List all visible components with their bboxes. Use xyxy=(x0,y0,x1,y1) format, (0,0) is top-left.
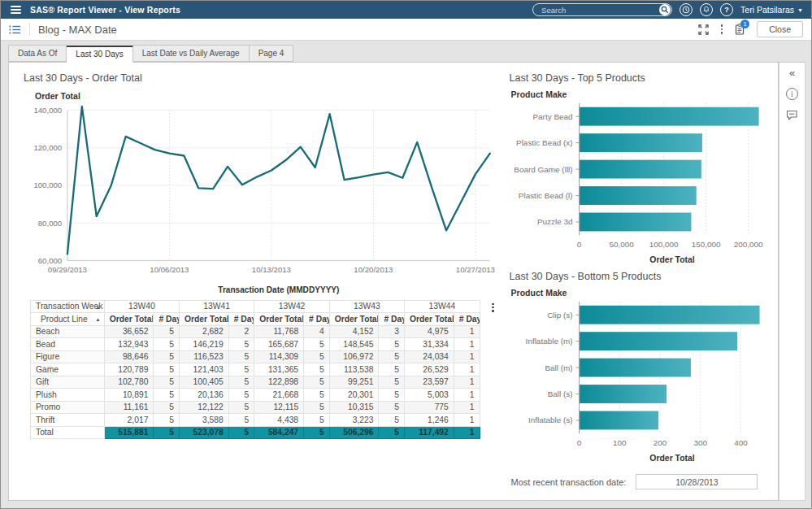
row-label: Bead xyxy=(31,338,105,351)
hamburger-menu-icon[interactable] xyxy=(9,4,23,15)
help-icon[interactable]: ? xyxy=(720,3,733,16)
svg-text:150,000: 150,000 xyxy=(691,240,720,249)
cell: 1 xyxy=(454,389,480,402)
cell: 5 xyxy=(228,338,254,351)
svg-text:Plastic Bead (l): Plastic Bead (l) xyxy=(518,191,572,200)
top5-products-bar-chart[interactable]: 050,000100,000150,000200,000Party BeadPl… xyxy=(510,99,770,266)
right-column: Last 30 Days - Top 5 Products Product Ma… xyxy=(500,63,778,500)
maximize-icon[interactable] xyxy=(698,24,709,35)
row-label: Total xyxy=(31,426,105,439)
cell: 11,768 xyxy=(254,325,304,338)
cell: 146,219 xyxy=(179,338,228,351)
week-header[interactable]: 13W44 xyxy=(405,300,480,313)
measure-header[interactable]: Order Total xyxy=(329,313,379,326)
cell: 21,668 xyxy=(254,389,304,402)
crosstab-table[interactable]: Transaction Week▲13W4013W4113W4213W4313W… xyxy=(30,300,480,440)
bottom5-chart-title: Last 30 Days - Bottom 5 Products xyxy=(510,271,770,282)
svg-text:400: 400 xyxy=(734,438,748,447)
svg-text:140,000: 140,000 xyxy=(33,106,62,115)
week-header[interactable]: 13W42 xyxy=(254,300,329,313)
tab-last-30-days[interactable]: Last 30 Days xyxy=(67,46,132,63)
cell: 1 xyxy=(454,401,480,414)
measure-header[interactable]: Order Total xyxy=(405,313,454,326)
cell: 584,247 xyxy=(254,426,304,439)
tab-last-date-vs-daily-average[interactable]: Last Date vs Daily Average xyxy=(133,45,250,62)
order-total-line-chart[interactable]: 60,00080,000100,000120,000140,00009/29/2… xyxy=(24,101,497,297)
table-row[interactable]: Beach36,65252,682211,76844,15234,9751 xyxy=(31,325,480,338)
cell: 5 xyxy=(154,350,180,363)
svg-text:Ball (m): Ball (m) xyxy=(545,363,572,372)
week-header[interactable]: 13W40 xyxy=(104,300,179,313)
report-title: Blog - MAX Date xyxy=(38,24,117,36)
cell: 5 xyxy=(304,401,330,414)
notifications-icon[interactable] xyxy=(700,3,713,16)
table-row[interactable]: Bead132,9435146,2195165,6875148,545531,3… xyxy=(31,338,480,351)
corner-transaction-week[interactable]: Transaction Week▲ xyxy=(31,300,105,313)
report-info-icon[interactable]: 1 xyxy=(735,24,745,35)
table-menu-icon[interactable] xyxy=(489,301,496,315)
user-menu[interactable]: Teri Patsilaras ▼ xyxy=(740,5,803,15)
cell: 523,078 xyxy=(179,426,228,439)
bottom5-products-bar-chart[interactable]: 0100200300400Clip (s)Inflatable (m)Ball … xyxy=(510,298,770,464)
search-box[interactable] xyxy=(532,3,672,16)
cell: 20,301 xyxy=(329,389,379,402)
info-icon[interactable]: i xyxy=(786,88,798,100)
table-row[interactable]: Game120,7895121,4035131,3655113,538526,5… xyxy=(31,363,480,376)
measure-header[interactable]: Order Total xyxy=(104,313,154,326)
left-column: Last 30 Days - Order Total Order Total 6… xyxy=(9,63,500,500)
more-options-icon[interactable] xyxy=(721,24,723,34)
cell: 5 xyxy=(379,363,405,376)
close-button[interactable]: Close xyxy=(757,21,803,37)
tab-page-4[interactable]: Page 4 xyxy=(250,45,294,62)
cell: 116,523 xyxy=(179,350,228,363)
measure-header[interactable]: Order Total xyxy=(254,313,304,326)
table-row[interactable]: Gift102,7805100,4055122,898599,251523,59… xyxy=(31,376,480,389)
top5-chart-title: Last 30 Days - Top 5 Products xyxy=(510,72,770,84)
cell: 5 xyxy=(304,338,330,351)
search-icon[interactable] xyxy=(659,4,671,15)
cell: 100,405 xyxy=(179,376,228,389)
history-icon[interactable] xyxy=(680,3,693,16)
table-of-contents-icon[interactable] xyxy=(9,24,21,35)
most-recent-date-value[interactable]: 10/28/2013 xyxy=(636,474,758,489)
cell: 5 xyxy=(228,426,254,439)
corner-product-line[interactable]: Product Line▲ xyxy=(31,313,105,326)
table-row[interactable]: Promo11,161512,122512,115510,31557751 xyxy=(31,401,480,414)
measure-header[interactable]: # Days xyxy=(454,313,480,326)
comments-icon[interactable] xyxy=(786,110,798,124)
search-input[interactable] xyxy=(540,5,656,15)
tab-data-as-of[interactable]: Data As Of xyxy=(8,45,67,62)
cell: 1 xyxy=(454,350,480,363)
cell: 36,652 xyxy=(104,325,154,338)
measure-header[interactable]: Order Total xyxy=(179,313,228,326)
table-row[interactable]: Thrift2,01753,58854,43853,22351,2461 xyxy=(31,414,480,427)
cell: 5 xyxy=(228,376,254,389)
cell: 5 xyxy=(304,376,330,389)
svg-text:100: 100 xyxy=(613,438,627,447)
crosstab-wrap: Transaction Week▲13W4013W4113W4213W4313W… xyxy=(30,300,497,440)
measure-header[interactable]: # Days xyxy=(379,313,405,326)
measure-header[interactable]: # Days xyxy=(228,313,254,326)
cell: 148,545 xyxy=(329,338,379,351)
most-recent-date-row: Most recent transaction date: 10/28/2013 xyxy=(511,474,770,489)
svg-text:Inflatable (s): Inflatable (s) xyxy=(528,415,572,424)
week-header[interactable]: 13W43 xyxy=(329,300,404,313)
svg-text:100,000: 100,000 xyxy=(33,181,62,189)
week-header[interactable]: 13W41 xyxy=(179,300,254,313)
cell: 24,034 xyxy=(405,350,454,363)
svg-text:Inflatable (m): Inflatable (m) xyxy=(525,337,572,346)
row-label: Plush xyxy=(31,389,105,402)
collapse-rail-icon[interactable]: « xyxy=(789,67,795,78)
svg-text:80,000: 80,000 xyxy=(38,219,62,228)
cell: 113,538 xyxy=(329,363,379,376)
table-row[interactable]: Plush10,891520,136521,668520,30155,0031 xyxy=(31,389,480,402)
table-total-row[interactable]: Total515,8815523,0785584,2475506,2965117… xyxy=(31,426,480,439)
cell: 31,334 xyxy=(405,338,454,351)
workspace: Data As OfLast 30 DaysLast Date vs Daily… xyxy=(1,41,811,508)
cell: 131,365 xyxy=(254,363,304,376)
measure-header[interactable]: # Days xyxy=(154,313,180,326)
cell: 3,588 xyxy=(179,414,228,427)
cell: 775 xyxy=(405,401,454,414)
measure-header[interactable]: # Days xyxy=(304,313,330,326)
table-row[interactable]: Figure98,6465116,5235114,3095106,972524,… xyxy=(31,350,480,363)
